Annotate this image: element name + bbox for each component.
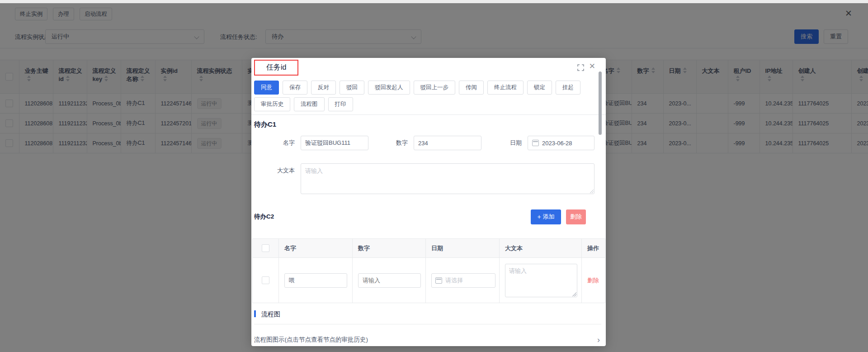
chevron-right-icon: ›	[597, 336, 600, 344]
number-input[interactable]	[414, 136, 481, 150]
subcol-number: 数字	[353, 239, 426, 258]
delete-rows-button[interactable]: 删除	[566, 209, 586, 224]
agree-button[interactable]: 同意	[254, 81, 279, 95]
subrow-name-input[interactable]	[284, 273, 347, 288]
resize-handle[interactable]	[572, 292, 576, 296]
bigtext-row: 大文本	[254, 163, 594, 194]
date-picker[interactable]: 2023-06-28	[528, 136, 594, 150]
bigtext-label: 大文本	[254, 163, 301, 194]
top-strip	[0, 0, 868, 3]
circulate-button[interactable]: 传阅	[459, 81, 484, 95]
task-dialog: 任务id ✕ 同意 保存 反对 驳回 驳回发起人 驳回上一步 传阅 终止流程 锁…	[251, 58, 606, 346]
bigtext-textarea[interactable]	[301, 163, 594, 194]
oppose-button[interactable]: 反对	[311, 81, 336, 95]
modal-scrollbar-thumb[interactable]	[599, 71, 602, 135]
action-buttons-row2: 审批历史 流程图 打印	[254, 97, 353, 111]
calendar-icon	[435, 277, 442, 284]
subcol-date: 日期	[426, 239, 500, 258]
subrow-date-placeholder: 请选择	[445, 276, 463, 285]
subtable-row: 请选择 删除	[253, 258, 605, 303]
form-row: 名字 数字 日期 2023-06-28	[254, 136, 597, 150]
action-buttons-row1: 同意 保存 反对 驳回 驳回发起人 驳回上一步 传阅 终止流程 锁定 挂起	[254, 81, 580, 95]
flow-section-header: 流程图	[254, 310, 601, 324]
reject-to-previous-button[interactable]: 驳回上一步	[414, 81, 456, 95]
print-button[interactable]: 打印	[328, 97, 353, 111]
name-input[interactable]	[301, 136, 368, 150]
number-label: 数字	[368, 136, 414, 150]
section-bar	[254, 310, 256, 317]
suspend-button[interactable]: 挂起	[556, 81, 580, 95]
reject-to-initiator-button[interactable]: 驳回发起人	[368, 81, 410, 95]
name-label: 名字	[254, 136, 301, 150]
fullscreen-icon[interactable]	[577, 64, 584, 71]
approval-history-button[interactable]: 审批历史	[254, 97, 290, 111]
subcol-bigtext: 大文本	[500, 239, 582, 258]
lock-button[interactable]: 锁定	[527, 81, 552, 95]
calendar-icon	[532, 140, 539, 146]
subcol-actions: 操作	[582, 239, 605, 258]
subcol-name: 名字	[279, 239, 353, 258]
dialog-title: 任务id	[254, 60, 298, 76]
flow-section-title: 流程图	[261, 310, 280, 318]
divider	[251, 114, 606, 115]
subrow-checkbox[interactable]	[262, 276, 269, 284]
subrow-bigtext-textarea[interactable]	[505, 264, 577, 297]
flow-diagram-button[interactable]: 流程图	[294, 97, 325, 111]
date-value: 2023-06-28	[542, 140, 572, 147]
terminate-process-button[interactable]: 终止流程	[487, 81, 524, 95]
subrow-number-input[interactable]	[358, 273, 421, 288]
dialog-close-icon[interactable]: ✕	[589, 62, 595, 70]
subform-header: 待办C2 +添加 删除	[254, 209, 586, 224]
flow-diagram-collapse-row[interactable]: 流程图图示(点击节点查看节点的审批历史) ›	[254, 336, 600, 344]
add-row-button[interactable]: +添加	[531, 209, 561, 224]
app-root: 终止实例 办理 启动流程 ✕ 流程实例状态: 运行中 流程任务状态: 待办 搜索…	[0, 0, 868, 352]
flow-caption: 流程图图示(点击节点查看节点的审批历史)	[254, 336, 368, 344]
form-title: 待办C1	[254, 120, 276, 129]
plus-icon: +	[537, 214, 541, 220]
reject-button[interactable]: 驳回	[340, 81, 364, 95]
save-button[interactable]: 保存	[283, 81, 307, 95]
date-label: 日期	[481, 136, 528, 150]
subtable-header-row: 名字 数字 日期 大文本 操作	[253, 239, 605, 258]
subtable-select-all-checkbox[interactable]	[262, 244, 269, 252]
subrow-delete-link[interactable]: 删除	[587, 277, 599, 284]
resize-handle[interactable]	[589, 189, 594, 193]
subrow-date-picker[interactable]: 请选择	[431, 273, 495, 288]
subform-table: 名字 数字 日期 大文本 操作 请选择	[252, 238, 605, 303]
subform-title: 待办C2	[254, 213, 274, 221]
